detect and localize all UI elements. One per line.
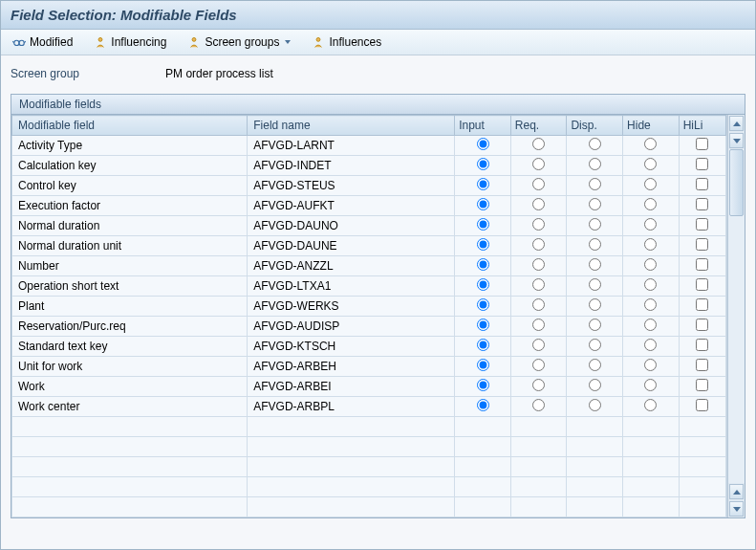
radio-input[interactable] bbox=[477, 359, 489, 371]
radio-disp[interactable] bbox=[589, 399, 601, 411]
radio-input[interactable] bbox=[477, 218, 489, 231]
scroll-down-button[interactable] bbox=[729, 133, 744, 148]
radio-disp[interactable] bbox=[589, 258, 601, 271]
checkbox-hili[interactable] bbox=[696, 319, 708, 331]
col-hili[interactable]: HiLi bbox=[679, 116, 725, 136]
scroll-down-bottom-button[interactable] bbox=[729, 501, 744, 517]
cell-modifiable-field: Execution factor bbox=[12, 196, 248, 216]
radio-input[interactable] bbox=[477, 298, 489, 311]
checkbox-hili[interactable] bbox=[696, 198, 708, 210]
scroll-up-bottom-button[interactable] bbox=[729, 484, 744, 499]
radio-disp[interactable] bbox=[589, 379, 601, 391]
radio-hide[interactable] bbox=[644, 158, 657, 170]
radio-hide[interactable] bbox=[644, 379, 657, 391]
radio-hide[interactable] bbox=[644, 278, 657, 291]
col-modifiable-field[interactable]: Modifiable field bbox=[12, 116, 248, 136]
checkbox-hili[interactable] bbox=[696, 278, 708, 291]
radio-req[interactable] bbox=[532, 138, 545, 150]
radio-req[interactable] bbox=[532, 359, 545, 371]
radio-disp[interactable] bbox=[589, 198, 601, 210]
modified-button[interactable]: Modified bbox=[9, 33, 76, 51]
screen-group-label: Screen group bbox=[11, 67, 79, 80]
radio-disp[interactable] bbox=[589, 359, 601, 371]
cell-disp bbox=[567, 337, 623, 357]
radio-hide[interactable] bbox=[644, 138, 657, 150]
radio-hide[interactable] bbox=[644, 298, 657, 311]
col-hide[interactable]: Hide bbox=[623, 116, 680, 136]
col-disp[interactable]: Disp. bbox=[567, 116, 623, 136]
checkbox-hili[interactable] bbox=[696, 258, 708, 271]
checkbox-hili[interactable] bbox=[696, 218, 708, 231]
radio-req[interactable] bbox=[532, 399, 545, 411]
table-row: Control keyAFVGD-STEUS bbox=[12, 176, 726, 196]
radio-disp[interactable] bbox=[589, 298, 601, 311]
radio-req[interactable] bbox=[532, 198, 545, 210]
radio-req[interactable] bbox=[532, 238, 545, 251]
radio-hide[interactable] bbox=[644, 178, 657, 190]
radio-disp[interactable] bbox=[589, 319, 601, 331]
checkbox-hili[interactable] bbox=[696, 339, 708, 351]
checkbox-hili[interactable] bbox=[696, 138, 708, 150]
radio-input[interactable] bbox=[477, 158, 489, 170]
radio-req[interactable] bbox=[532, 339, 545, 351]
radio-disp[interactable] bbox=[589, 238, 601, 251]
radio-req[interactable] bbox=[532, 278, 545, 291]
radio-input[interactable] bbox=[477, 399, 489, 411]
table-row: Activity TypeAFVGD-LARNT bbox=[12, 136, 726, 156]
radio-input[interactable] bbox=[477, 258, 489, 271]
radio-input[interactable] bbox=[477, 198, 489, 210]
influences-button[interactable]: Influences bbox=[308, 33, 385, 51]
radio-hide[interactable] bbox=[644, 198, 657, 210]
vertical-scrollbar[interactable] bbox=[727, 115, 745, 517]
col-field-name[interactable]: Field name bbox=[248, 116, 455, 136]
influencing-button[interactable]: Influencing bbox=[90, 33, 170, 51]
radio-req[interactable] bbox=[532, 298, 545, 311]
arrow-up-icon bbox=[733, 490, 741, 495]
radio-input[interactable] bbox=[477, 278, 489, 291]
radio-disp[interactable] bbox=[589, 278, 601, 291]
radio-input[interactable] bbox=[477, 379, 489, 391]
radio-input[interactable] bbox=[477, 138, 489, 150]
radio-disp[interactable] bbox=[589, 138, 601, 150]
scroll-up-button[interactable] bbox=[729, 116, 744, 131]
cell-modifiable-field: Normal duration unit bbox=[12, 236, 248, 256]
col-req[interactable]: Req. bbox=[510, 116, 567, 136]
radio-req[interactable] bbox=[532, 379, 545, 391]
checkbox-hili[interactable] bbox=[696, 158, 708, 170]
scroll-thumb[interactable] bbox=[729, 149, 744, 216]
radio-hide[interactable] bbox=[644, 359, 657, 371]
radio-req[interactable] bbox=[532, 178, 545, 190]
cell-input bbox=[455, 216, 511, 236]
cell-modifiable-field: Operation short text bbox=[12, 276, 248, 297]
scroll-track[interactable] bbox=[728, 149, 745, 483]
radio-req[interactable] bbox=[532, 218, 545, 231]
checkbox-hili[interactable] bbox=[696, 359, 708, 371]
radio-input[interactable] bbox=[477, 339, 489, 351]
checkbox-hili[interactable] bbox=[696, 399, 708, 411]
radio-disp[interactable] bbox=[589, 158, 601, 170]
checkbox-hili[interactable] bbox=[696, 379, 708, 391]
radio-hide[interactable] bbox=[644, 238, 657, 251]
radio-hide[interactable] bbox=[644, 319, 657, 331]
radio-disp[interactable] bbox=[589, 178, 601, 190]
modified-label: Modified bbox=[30, 35, 73, 49]
cell-modifiable-field: Normal duration bbox=[12, 216, 248, 236]
checkbox-hili[interactable] bbox=[696, 178, 708, 190]
radio-hide[interactable] bbox=[644, 339, 657, 351]
radio-disp[interactable] bbox=[589, 218, 601, 231]
checkbox-hili[interactable] bbox=[696, 238, 708, 251]
checkbox-hili[interactable] bbox=[696, 298, 708, 311]
radio-input[interactable] bbox=[477, 319, 489, 331]
radio-hide[interactable] bbox=[644, 399, 657, 411]
screen-groups-button[interactable]: Screen groups bbox=[184, 33, 294, 51]
cell-hide bbox=[623, 357, 680, 377]
radio-hide[interactable] bbox=[644, 218, 657, 231]
radio-req[interactable] bbox=[532, 319, 545, 331]
radio-hide[interactable] bbox=[644, 258, 657, 271]
radio-req[interactable] bbox=[532, 158, 545, 170]
radio-req[interactable] bbox=[532, 258, 545, 271]
radio-disp[interactable] bbox=[589, 339, 601, 351]
radio-input[interactable] bbox=[477, 238, 489, 251]
radio-input[interactable] bbox=[477, 178, 489, 190]
col-input[interactable]: Input bbox=[455, 116, 511, 136]
